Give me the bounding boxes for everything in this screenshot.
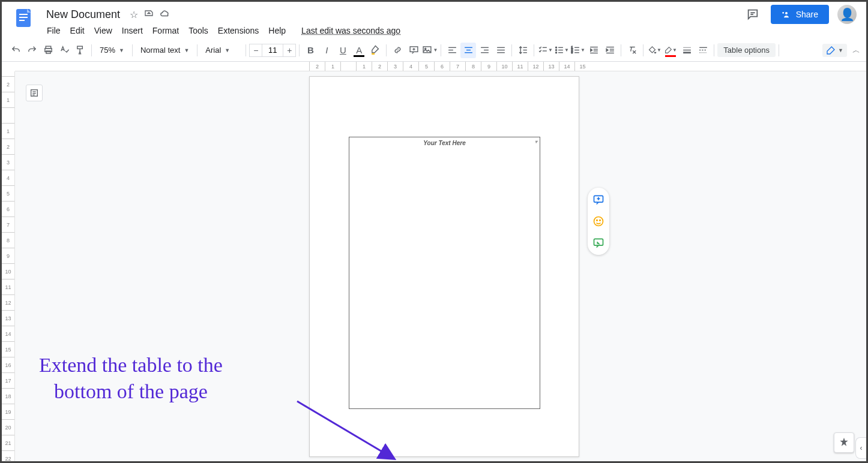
align-center-button[interactable] (460, 43, 476, 58)
clear-formatting-button[interactable] (624, 43, 640, 58)
share-button[interactable]: Share (771, 5, 829, 24)
text-color-button[interactable]: A (351, 43, 367, 58)
zoom-select[interactable]: 75%▼ (95, 43, 129, 58)
svg-rect-10 (77, 46, 82, 49)
svg-point-35 (555, 49, 556, 50)
add-comment-icon[interactable] (591, 193, 606, 207)
annotation-text: Extend the table to the bottom of the pa… (39, 352, 223, 405)
svg-point-37 (555, 52, 556, 53)
explore-button[interactable] (834, 432, 854, 453)
user-avatar[interactable]: 👤 (837, 5, 857, 24)
svg-line-72 (297, 401, 393, 458)
menu-help[interactable]: Help (264, 23, 290, 38)
move-icon[interactable] (144, 8, 154, 20)
hide-menus-button[interactable]: ︿ (852, 45, 860, 56)
paint-format-button[interactable] (73, 43, 88, 58)
border-width-button[interactable] (679, 43, 695, 58)
toolbar: 75%▼ Normal text▼ Arial▼ − + B I U A ▼ ▼… (2, 39, 866, 62)
menu-tools[interactable]: Tools (184, 23, 212, 38)
cloud-icon[interactable] (160, 8, 170, 21)
docs-logo[interactable] (11, 6, 35, 30)
svg-rect-3 (19, 20, 25, 21)
svg-point-70 (600, 220, 601, 221)
svg-rect-71 (594, 239, 603, 245)
font-select[interactable]: Arial▼ (200, 43, 243, 58)
svg-rect-1 (19, 14, 28, 15)
align-right-button[interactable] (477, 43, 492, 58)
svg-rect-2 (19, 17, 28, 18)
vertical-ruler[interactable]: 21 1 23 45 67 89 1011 1213 1415 1617 181… (2, 71, 15, 461)
menu-format[interactable]: Format (148, 23, 183, 38)
editor-area: 21 1 23 45 67 89 1011 1213 1415 1617 181… (2, 71, 866, 461)
align-left-button[interactable] (444, 43, 460, 58)
title-icons: ☆ (130, 8, 170, 21)
insert-comment-button[interactable] (406, 43, 421, 58)
cell-fill-button[interactable]: ▼ (646, 43, 662, 58)
editing-mode-button[interactable]: ▼ (822, 44, 847, 57)
svg-text:3: 3 (571, 51, 573, 54)
border-color-button[interactable]: ▼ (663, 43, 678, 58)
font-size-input[interactable] (262, 44, 283, 57)
align-justify-button[interactable] (493, 43, 508, 58)
italic-button[interactable]: I (319, 43, 334, 58)
document-table[interactable]: Your Text Here ▾ (349, 137, 540, 409)
font-size-group: − + (249, 44, 296, 57)
table-options-button[interactable]: Table options (717, 43, 776, 57)
share-button-label: Share (796, 10, 818, 19)
print-button[interactable] (40, 43, 56, 58)
bulleted-list-button[interactable]: ▼ (553, 43, 569, 58)
svg-point-69 (597, 220, 598, 221)
highlight-button[interactable] (367, 43, 383, 58)
star-icon[interactable]: ☆ (130, 9, 138, 20)
title-bar: New Document ☆ Share 👤 (2, 2, 866, 22)
comment-history-button[interactable] (743, 5, 762, 24)
spellcheck-button[interactable] (56, 43, 72, 58)
menu-bar: File Edit View Insert Format Tools Exten… (2, 22, 866, 39)
add-emoji-icon[interactable] (591, 214, 606, 229)
underline-button[interactable]: U (335, 43, 351, 58)
menu-file[interactable]: File (43, 23, 65, 38)
bold-button[interactable]: B (303, 43, 318, 58)
decrease-indent-button[interactable] (586, 43, 601, 58)
line-spacing-button[interactable] (515, 43, 531, 58)
svg-point-68 (594, 217, 603, 226)
menu-extensions[interactable]: Extensions (214, 23, 263, 38)
svg-point-33 (555, 47, 556, 48)
last-edit-link[interactable]: Last edit was seconds ago (297, 23, 405, 38)
paragraph-style-select[interactable]: Normal text▼ (136, 43, 194, 58)
checklist-button[interactable]: ▼ (537, 43, 553, 58)
document-canvas[interactable]: Your Text Here ▾ Extend the table to the… (15, 71, 866, 461)
menu-insert[interactable]: Insert (118, 23, 147, 38)
border-style-button[interactable] (695, 43, 711, 58)
font-size-increase[interactable]: + (283, 44, 296, 57)
annotation-arrow (291, 395, 411, 461)
table-cell[interactable]: Your Text Here ▾ (349, 137, 540, 149)
font-size-decrease[interactable]: − (249, 44, 262, 57)
suggest-edit-icon[interactable] (591, 236, 606, 250)
svg-point-6 (782, 12, 784, 14)
insert-image-button[interactable]: ▼ (422, 43, 438, 58)
menu-view[interactable]: View (90, 23, 116, 38)
increase-indent-button[interactable] (602, 43, 618, 58)
menu-edit[interactable]: Edit (66, 23, 89, 38)
floating-action-panel (588, 188, 609, 255)
horizontal-ruler[interactable]: 21 123 456 789 101112 131415 (15, 62, 866, 71)
numbered-list-button[interactable]: 123▼ (570, 43, 585, 58)
document-title[interactable]: New Document (43, 7, 124, 22)
side-panel-toggle[interactable]: ‹ (855, 437, 866, 459)
document-outline-button[interactable] (26, 85, 43, 101)
table-menu-icon[interactable]: ▾ (535, 139, 537, 145)
undo-button[interactable] (8, 43, 23, 58)
redo-button[interactable] (24, 43, 40, 58)
insert-link-button[interactable] (390, 43, 405, 58)
